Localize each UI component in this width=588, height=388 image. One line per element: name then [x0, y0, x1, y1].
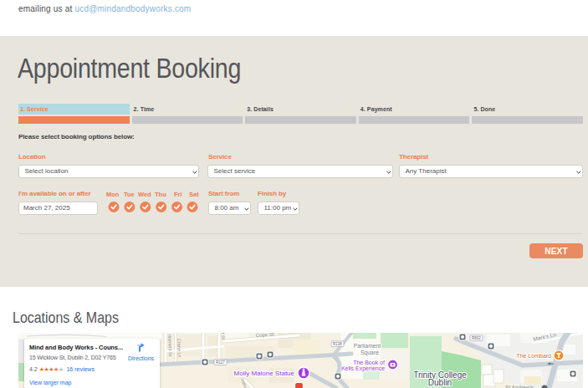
svg-text:The Book of: The Book of [353, 360, 385, 365]
svg-text:R138: R138 [333, 342, 342, 346]
svg-text:Kells Experience: Kells Experience [341, 365, 385, 372]
svg-text:Molly Malone Statue: Molly Malone Statue [234, 370, 295, 377]
svg-text:Square: Square [360, 350, 379, 356]
svg-text:rliament St: rliament St [167, 334, 173, 357]
svg-text:Crane Ln: Crane Ln [176, 339, 182, 358]
svg-text:The Lombard: The Lombard [516, 353, 551, 359]
svg-text:R127: R127 [216, 360, 225, 365]
svg-text:R802: R802 [472, 336, 481, 340]
svg-text:Dublin: Dublin [428, 378, 452, 387]
svg-text:St Andrew's: St Andrew's [505, 385, 534, 388]
svg-text:t St: t St [221, 333, 226, 340]
svg-text:Parliament: Parliament [354, 343, 381, 349]
